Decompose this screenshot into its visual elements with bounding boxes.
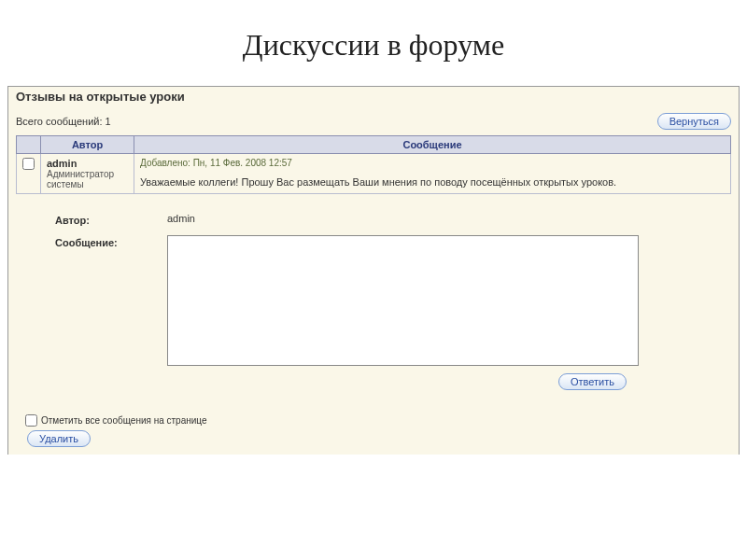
forum-title: Отзывы на открытые уроки bbox=[8, 87, 739, 111]
post-body: Уважаемые коллеги! Прошу Вас размещать В… bbox=[140, 175, 725, 189]
row-message-cell: Добавлено: Пн, 11 Фев. 2008 12:57 Уважае… bbox=[134, 154, 731, 194]
column-author: Автор bbox=[41, 136, 134, 154]
table-row: admin Администратор системы Добавлено: П… bbox=[17, 154, 731, 194]
row-checkbox-cell bbox=[17, 154, 41, 194]
author-role: Администратор системы bbox=[47, 169, 128, 189]
slide-title: Дискуссии в форуме bbox=[0, 0, 747, 86]
mark-all-checkbox[interactable] bbox=[25, 414, 37, 427]
back-button[interactable]: Вернуться bbox=[657, 113, 731, 130]
column-checkbox bbox=[17, 136, 41, 154]
reply-message-row: Сообщение: Ответить bbox=[55, 235, 720, 390]
reply-author-row: Автор: admin bbox=[55, 213, 720, 226]
reply-button[interactable]: Ответить bbox=[558, 373, 627, 390]
delete-button[interactable]: Удалить bbox=[27, 430, 91, 447]
forum-topbar: Всего сообщений: 1 Вернуться bbox=[8, 111, 739, 135]
reply-message-label: Сообщение: bbox=[55, 235, 167, 248]
post-meta: Добавлено: Пн, 11 Фев. 2008 12:57 bbox=[140, 158, 725, 168]
forum-panel: Отзывы на открытые уроки Всего сообщений… bbox=[7, 86, 740, 455]
column-message: Сообщение bbox=[134, 136, 731, 154]
reply-author-label: Автор: bbox=[55, 213, 167, 226]
message-count: Всего сообщений: 1 bbox=[16, 116, 111, 127]
mark-all-row: Отметить все сообщения на странице bbox=[25, 414, 731, 427]
row-author-cell: admin Администратор системы bbox=[41, 154, 134, 194]
messages-table: Автор Сообщение admin Администратор сист… bbox=[16, 135, 731, 194]
reply-textarea[interactable] bbox=[167, 235, 639, 366]
mark-all-label: Отметить все сообщения на странице bbox=[41, 415, 207, 426]
reply-form: Автор: admin Сообщение: Ответить bbox=[8, 203, 739, 409]
reply-author-value: admin bbox=[167, 213, 720, 224]
row-checkbox[interactable] bbox=[22, 158, 35, 170]
author-name: admin bbox=[47, 158, 128, 169]
footer-area: Отметить все сообщения на странице Удали… bbox=[8, 409, 739, 455]
